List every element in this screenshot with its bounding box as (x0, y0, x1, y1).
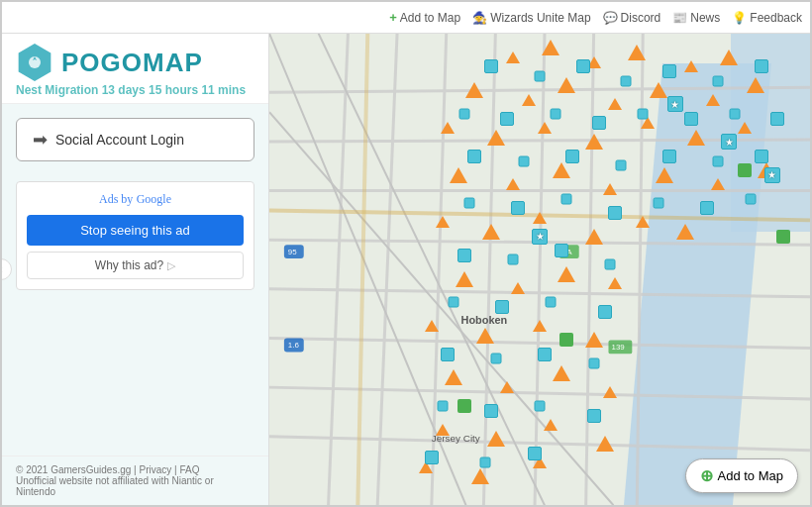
pokestop-marker (545, 297, 556, 308)
svg-line-20 (357, 34, 367, 505)
pokestop-marker (551, 108, 561, 119)
pokestop-marker (518, 155, 529, 166)
sidebar-header: POGOMAP Nest Migration 13 days 15 hours … (2, 34, 268, 104)
nest-marker (603, 386, 617, 398)
nest-marker (482, 224, 500, 240)
nest-marker (684, 60, 698, 72)
nest-marker (445, 369, 462, 385)
pokestop-marker (448, 297, 458, 308)
pokestop-marker (637, 108, 648, 119)
gym-marker: ★ (667, 96, 683, 112)
sidebar-content: ➡ Social Account Login Ads by Google Sto… (2, 104, 268, 456)
pokestop-marker (511, 201, 525, 215)
svg-line-1 (329, 34, 349, 505)
wizard-icon: 🧙 (472, 11, 487, 25)
nest-marker (596, 436, 614, 452)
pokestop-marker (484, 59, 498, 73)
google-label: Google (137, 192, 171, 206)
svg-line-5 (535, 34, 545, 505)
pokestop-marker (480, 457, 491, 468)
pokestop-marker (654, 198, 664, 209)
pokestop-marker (588, 358, 599, 369)
nest-marker (558, 266, 575, 282)
why-ad-button[interactable]: Why this ad? ▷ (27, 252, 244, 279)
pokestop-marker (592, 116, 606, 130)
pokestop-marker (608, 206, 622, 220)
top-navigation: + Add to Map 🧙 Wizards Unite Map 💬 Disco… (2, 2, 810, 34)
special-marker (776, 230, 790, 244)
pokestop-marker (561, 193, 572, 204)
pokestop-marker (700, 201, 714, 215)
svg-text:1.6: 1.6 (288, 341, 300, 350)
login-button[interactable]: ➡ Social Account Login (16, 118, 254, 161)
footer-line1: © 2021 GamersGuides.gg | Privacy | FAQ (16, 464, 254, 475)
map-area[interactable]: Hoboken Jersey City 95 1.6 9A 139 (269, 34, 810, 505)
gym-marker: ★ (532, 229, 548, 245)
pokestop-marker (684, 112, 698, 126)
pokestop-marker (598, 305, 612, 319)
main-area: ‹ POGOMAP Nest Migration 13 days 15 hour… (2, 34, 810, 505)
nav-news[interactable]: 📰 News (672, 10, 720, 25)
pokestop-marker (713, 75, 724, 86)
nav-feedback[interactable]: 💡 Feedback (732, 10, 802, 25)
nav-discord[interactable]: 💬 Discord (603, 10, 661, 25)
nest-marker (603, 183, 617, 195)
nest-marker (553, 365, 570, 381)
pokestop-marker (587, 409, 601, 423)
pokestop-marker (604, 259, 615, 270)
nest-marker (608, 98, 622, 110)
svg-line-2 (377, 34, 397, 505)
nav-wizards-map[interactable]: 🧙 Wizards Unite Map (472, 10, 590, 25)
pokestop-marker (576, 59, 590, 73)
nest-marker (676, 224, 694, 240)
ads-by-google-label: Ads by Google (27, 192, 244, 207)
gym-marker: ★ (721, 134, 737, 150)
sidebar: ‹ POGOMAP Nest Migration 13 days 15 hour… (2, 34, 269, 505)
nest-marker (720, 50, 738, 65)
gym-marker: ★ (764, 167, 780, 183)
pokestop-marker (467, 150, 481, 163)
pokestop-marker (729, 108, 740, 119)
nest-marker (436, 216, 450, 228)
nest-marker (585, 134, 603, 150)
svg-line-8 (269, 87, 810, 92)
nav-add-to-map[interactable]: + Add to Map (389, 10, 460, 25)
nest-marker (706, 94, 720, 106)
pokestop-marker (565, 150, 579, 163)
special-marker (559, 333, 573, 347)
logo-icon (24, 51, 46, 73)
map-roads-svg: Hoboken Jersey City 95 1.6 9A 139 (269, 34, 810, 505)
svg-text:Hoboken: Hoboken (461, 314, 508, 326)
nest-marker (656, 167, 673, 183)
pokestop-marker (437, 401, 448, 412)
nest-marker (711, 178, 725, 190)
pokestop-marker (500, 112, 514, 126)
logo-hexagon (16, 44, 53, 81)
nest-marker (585, 229, 603, 245)
pokestop-marker (484, 404, 498, 418)
nest-marker (585, 332, 603, 348)
login-icon: ➡ (33, 129, 48, 151)
add-to-map-button[interactable]: ⊕ Add to Map (685, 458, 799, 493)
nest-marker (487, 130, 505, 146)
nest-marker (436, 424, 450, 436)
nest-marker (425, 320, 439, 332)
nest-marker (533, 212, 547, 224)
nest-marker (542, 40, 559, 55)
nest-marker (558, 77, 575, 93)
nest-marker (487, 431, 505, 447)
nest-marker (533, 320, 547, 332)
pokestop-marker (457, 249, 471, 262)
stop-ad-button[interactable]: Stop seeing this ad (27, 215, 244, 246)
nest-marker (544, 419, 558, 431)
nest-marker (747, 77, 764, 93)
pokestop-marker (464, 198, 475, 209)
discord-icon: 💬 (603, 11, 618, 25)
nest-marker (636, 216, 650, 228)
nest-marker (506, 51, 520, 63)
pokestop-marker (538, 348, 552, 361)
pokestop-marker (535, 70, 546, 81)
news-icon: 📰 (672, 11, 687, 25)
nest-marker (471, 468, 489, 484)
plus-circle-icon: ⊕ (700, 466, 713, 485)
